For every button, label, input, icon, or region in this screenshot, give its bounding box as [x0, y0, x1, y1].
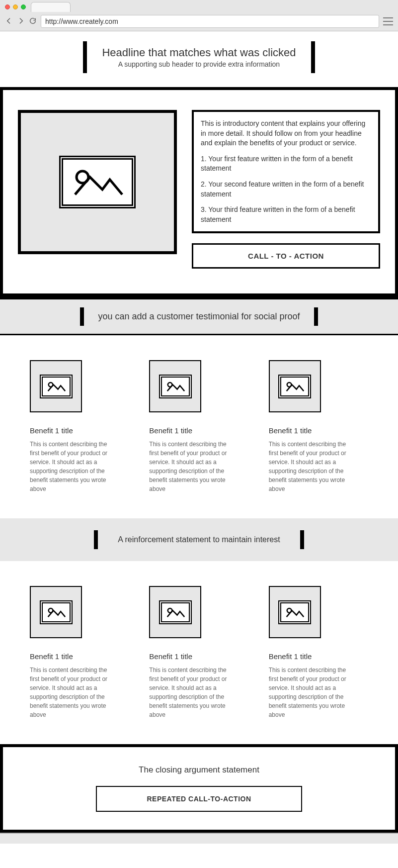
- close-window-icon[interactable]: [5, 4, 10, 9]
- benefit-image-placeholder: [149, 586, 201, 638]
- image-frame-icon: [159, 600, 192, 624]
- menu-icon[interactable]: [383, 17, 393, 25]
- image-frame-icon: [40, 600, 73, 624]
- cta-primary-button[interactable]: CALL - TO - ACTION: [192, 243, 380, 269]
- intro-column: This is introductory content that explai…: [192, 110, 380, 269]
- testimonial-band: you can add a customer testimonial for s…: [0, 296, 398, 335]
- url-input[interactable]: http://www.creately.com: [41, 15, 379, 28]
- benefit-desc: This is content describing the first ben…: [149, 666, 236, 719]
- benefit-image-placeholder: [269, 586, 321, 638]
- intro-lead: This is introductory content that explai…: [201, 119, 371, 148]
- intro-feature-3: 3. Your third feature written in the for…: [201, 205, 371, 224]
- tab-row: [0, 0, 398, 12]
- benefit-image-placeholder: [149, 360, 201, 412]
- maximize-window-icon[interactable]: [21, 4, 26, 9]
- benefit-title: Benefit 1 title: [269, 426, 368, 435]
- image-frame-icon: [278, 600, 311, 624]
- image-frame-icon: [278, 375, 311, 398]
- benefit-card: Benefit 1 title This is content describi…: [30, 360, 129, 493]
- benefit-image-placeholder: [30, 360, 82, 412]
- benefit-card: Benefit 1 title This is content describi…: [269, 360, 368, 493]
- header-section: Headline that matches what was clicked A…: [0, 31, 398, 87]
- intro-feature-2: 2. Your second feature written in the fo…: [201, 180, 371, 199]
- benefit-card: Benefit 1 title This is content describi…: [149, 586, 248, 719]
- benefit-title: Benefit 1 title: [269, 652, 368, 661]
- image-frame-icon: [59, 156, 136, 208]
- benefit-desc: This is content describing the first ben…: [269, 666, 356, 719]
- image-frame-icon: [40, 375, 73, 398]
- benefit-image-placeholder: [30, 586, 82, 638]
- benefit-title: Benefit 1 title: [30, 426, 129, 435]
- page-headline: Headline that matches what was clicked: [102, 46, 296, 59]
- footer-band: [0, 833, 398, 844]
- benefit-card: Benefit 1 title This is content describi…: [149, 360, 248, 493]
- browser-chrome: http://www.creately.com: [0, 0, 398, 31]
- minimize-window-icon[interactable]: [13, 4, 18, 9]
- browser-tab[interactable]: [31, 2, 71, 12]
- forward-button[interactable]: [17, 17, 25, 26]
- benefit-card: Benefit 1 title This is content describi…: [30, 586, 129, 719]
- benefit-desc: This is content describing the first ben…: [30, 440, 117, 493]
- window-controls: [5, 4, 26, 9]
- browser-toolbar: http://www.creately.com: [0, 12, 398, 31]
- benefit-title: Benefit 1 title: [30, 652, 129, 661]
- intro-text-box: This is introductory content that explai…: [192, 110, 380, 233]
- benefit-desc: This is content describing the first ben…: [149, 440, 236, 493]
- reinforcement-text: A reinforcement statement to maintain in…: [94, 530, 304, 549]
- benefit-desc: This is content describing the first ben…: [269, 440, 356, 493]
- page-subheader: A supporting sub header to provide extra…: [102, 60, 296, 68]
- hero-image-placeholder: [18, 110, 177, 254]
- benefit-title: Benefit 1 title: [149, 652, 248, 661]
- closing-statement: The closing argument statement: [3, 765, 395, 775]
- headline-box: Headline that matches what was clicked A…: [83, 41, 315, 73]
- reinforcement-band: A reinforcement statement to maintain in…: [0, 518, 398, 561]
- intro-feature-1: 1. Your first feature written in the for…: [201, 154, 371, 174]
- cta-secondary-button[interactable]: REPEATED CALL-TO-ACTION: [96, 786, 302, 812]
- closing-section: The closing argument statement REPEATED …: [0, 744, 398, 833]
- back-button[interactable]: [5, 17, 13, 26]
- benefits-row-bottom: Benefit 1 title This is content describi…: [0, 561, 398, 744]
- benefit-card: Benefit 1 title This is content describi…: [269, 586, 368, 719]
- page-content: Headline that matches what was clicked A…: [0, 31, 398, 844]
- benefit-desc: This is content describing the first ben…: [30, 666, 117, 719]
- testimonial-text: you can add a customer testimonial for s…: [80, 307, 318, 326]
- benefit-image-placeholder: [269, 360, 321, 412]
- benefits-row-top: Benefit 1 title This is content describi…: [0, 335, 398, 518]
- reload-button[interactable]: [29, 17, 37, 26]
- image-frame-icon: [159, 375, 192, 398]
- hero-section: This is introductory content that explai…: [0, 87, 398, 296]
- benefit-title: Benefit 1 title: [149, 426, 248, 435]
